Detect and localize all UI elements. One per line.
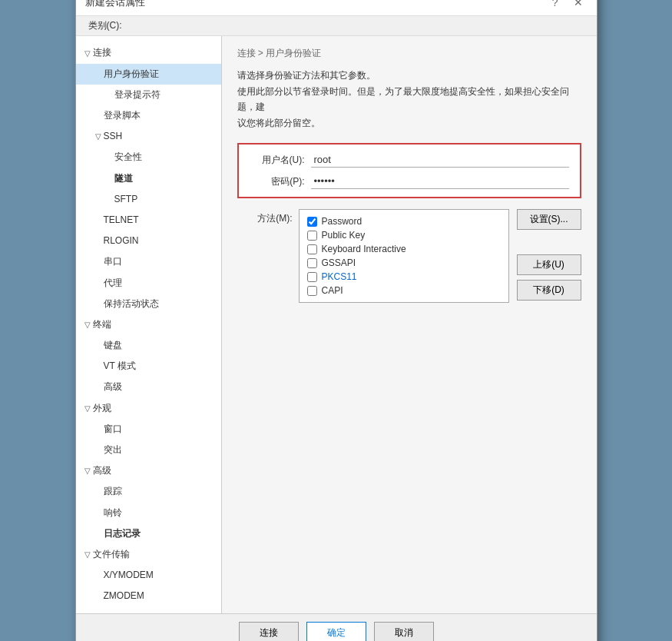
- sidebar-item-响铃[interactable]: 响铃: [76, 503, 221, 523]
- sidebar-item-键盘[interactable]: 键盘: [76, 335, 221, 356]
- method-pkcs11-label: PKCS11: [322, 271, 357, 282]
- sidebar-item-XYMODEM[interactable]: X/YMODEM: [76, 565, 221, 586]
- password-row: 密码(P):: [250, 174, 569, 189]
- sidebar-item-安全性[interactable]: 安全性: [76, 147, 221, 168]
- method-gssapi-label: GSSAPI: [322, 257, 356, 268]
- username-row: 用户名(U):: [250, 152, 569, 168]
- category-label: 类别(C):: [82, 17, 128, 34]
- dialog: 新建会话属性 ? ✕ 类别(C): ▽ 连接 用户身份验证: [75, 0, 598, 641]
- dialog-title: 新建会话属性: [85, 0, 145, 9]
- sidebar-item-外观[interactable]: ▽ 外观: [76, 398, 221, 419]
- sidebar-item-用户身份验证[interactable]: 用户身份验证: [76, 64, 221, 85]
- expand-icon: ▽: [82, 49, 93, 58]
- sidebar-item-登录提示符[interactable]: 登录提示符: [76, 85, 221, 105]
- sidebar-item-突出[interactable]: 突出: [76, 440, 221, 460]
- method-password-checkbox[interactable]: [307, 217, 317, 227]
- method-keyboard-interactive[interactable]: Keyboard Interactive: [307, 242, 501, 256]
- sidebar-item-SFTP[interactable]: SFTP: [76, 189, 221, 210]
- description: 请选择身份验证方法和其它参数。 使用此部分以节省登录时间。但是，为了最大限度地提…: [237, 68, 581, 131]
- sidebar: ▽ 连接 用户身份验证 登录提示符 登录脚本: [76, 36, 222, 613]
- method-label: 方法(M):: [237, 209, 299, 225]
- method-public-key-checkbox[interactable]: [307, 231, 317, 241]
- breadcrumb: 连接 > 用户身份验证: [237, 47, 581, 60]
- sidebar-item-保持活动状态[interactable]: 保持活动状态: [76, 294, 221, 314]
- sidebar-item-窗口[interactable]: 窗口: [76, 419, 221, 440]
- cancel-button[interactable]: 取消: [374, 622, 434, 641]
- method-password[interactable]: Password: [307, 214, 501, 228]
- sidebar-item-代理[interactable]: 代理: [76, 273, 221, 294]
- method-keyboard-interactive-checkbox[interactable]: [307, 244, 317, 254]
- method-password-label: Password: [322, 216, 362, 227]
- main-panel: 连接 > 用户身份验证 请选择身份验证方法和其它参数。 使用此部分以节省登录时间…: [222, 36, 597, 613]
- sidebar-item-高级终端[interactable]: 高级: [76, 377, 221, 397]
- sidebar-item-终端[interactable]: ▽ 终端: [76, 314, 221, 335]
- ok-button[interactable]: 确定: [306, 622, 366, 641]
- connect-button[interactable]: 连接: [239, 622, 299, 641]
- sidebar-item-连接[interactable]: ▽ 连接: [76, 42, 221, 63]
- settings-button[interactable]: 设置(S)...: [517, 209, 581, 230]
- sidebar-item-SSH[interactable]: ▽ SSH: [76, 126, 221, 147]
- methods-box: Password Public Key Keyboard Interactive…: [299, 209, 509, 303]
- methods-section: 方法(M): Password Public Key Keyboard Inte…: [237, 209, 581, 303]
- sidebar-item-VT模式[interactable]: VT 模式: [76, 356, 221, 377]
- sidebar-item-隧道[interactable]: 隧道: [76, 168, 221, 189]
- method-pkcs11[interactable]: PKCS11: [307, 270, 501, 284]
- username-label: 用户名(U):: [250, 154, 311, 167]
- move-down-button[interactable]: 下移(D): [517, 280, 581, 301]
- sidebar-item-TELNET[interactable]: TELNET: [76, 210, 221, 231]
- sidebar-item-登录脚本[interactable]: 登录脚本: [76, 105, 221, 126]
- sidebar-item-ZMODEM[interactable]: ZMODEM: [76, 586, 221, 606]
- sidebar-item-高级[interactable]: ▽ 高级: [76, 460, 221, 481]
- sidebar-item-日志记录[interactable]: 日志记录: [76, 523, 221, 544]
- username-input[interactable]: [311, 152, 569, 168]
- title-bar: 新建会话属性 ? ✕: [76, 0, 597, 16]
- password-label: 密码(P):: [250, 175, 311, 188]
- method-public-key-label: Public Key: [322, 230, 366, 241]
- dialog-body: ▽ 连接 用户身份验证 登录提示符 登录脚本: [76, 36, 597, 613]
- sidebar-item-串口[interactable]: 串口: [76, 251, 221, 272]
- title-bar-controls: ? ✕: [548, 0, 588, 9]
- method-public-key[interactable]: Public Key: [307, 228, 501, 242]
- move-up-button[interactable]: 上移(U): [517, 254, 581, 275]
- help-button[interactable]: ?: [548, 0, 563, 9]
- method-pkcs11-checkbox[interactable]: [307, 272, 317, 282]
- method-keyboard-interactive-label: Keyboard Interactive: [322, 244, 406, 254]
- sidebar-item-跟踪[interactable]: 跟踪: [76, 481, 221, 502]
- password-input[interactable]: [311, 174, 569, 189]
- method-capi-checkbox[interactable]: [307, 286, 317, 296]
- method-capi[interactable]: CAPI: [307, 284, 501, 297]
- sidebar-item-文件传输[interactable]: ▽ 文件传输: [76, 544, 221, 565]
- method-capi-label: CAPI: [322, 285, 343, 296]
- sidebar-item-RLOGIN[interactable]: RLOGIN: [76, 231, 221, 251]
- method-gssapi[interactable]: GSSAPI: [307, 256, 501, 270]
- method-gssapi-checkbox[interactable]: [307, 258, 317, 268]
- dialog-footer: 连接 确定 取消: [76, 613, 597, 641]
- methods-buttons: 设置(S)... 上移(U) 下移(D): [517, 209, 581, 301]
- close-button[interactable]: ✕: [569, 0, 588, 9]
